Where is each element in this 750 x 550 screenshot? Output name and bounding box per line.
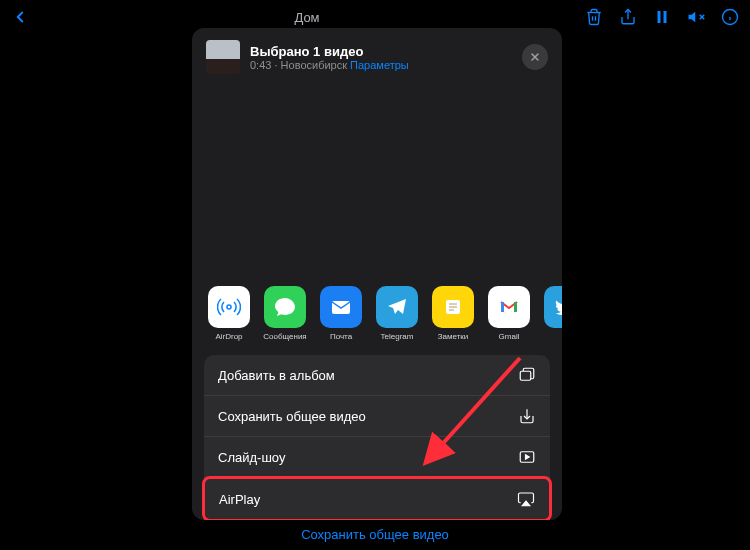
action-add-to-album[interactable]: Добавить в альбом [204,355,550,396]
sheet-title: Выбрано 1 видео [250,44,512,59]
share-notes[interactable]: Заметки [428,286,478,341]
page-title: Дом [30,10,584,25]
svg-rect-19 [520,371,531,380]
svg-marker-3 [689,12,696,23]
messages-icon [264,286,306,328]
video-thumbnail [206,40,240,74]
airdrop-icon [208,286,250,328]
share-airdrop[interactable]: AirDrop [204,286,254,341]
mail-icon [320,286,362,328]
svg-marker-23 [522,501,530,506]
action-slideshow[interactable]: Слайд-шоу [204,437,550,478]
svg-rect-2 [664,11,667,23]
share-telegram[interactable]: Telegram [372,286,422,341]
share-messages[interactable]: Сообщения [260,286,310,341]
twitter-icon [544,286,562,328]
download-icon [518,407,536,425]
sheet-subtitle: 0:43 · Новосибирск Параметры [250,59,512,71]
pause-icon[interactable] [652,7,672,27]
telegram-icon [376,286,418,328]
play-box-icon [518,448,536,466]
share-mail[interactable]: Почта [316,286,366,341]
share-gmail[interactable]: Gmail [484,286,534,341]
svg-point-11 [227,305,231,309]
back-button[interactable] [10,7,30,27]
mute-icon[interactable] [686,7,706,27]
action-save-shared-video[interactable]: Сохранить общее видео [204,396,550,437]
svg-rect-1 [658,11,661,23]
airplay-icon [517,490,535,508]
action-airplay[interactable]: AirPlay [202,476,552,520]
actions-list: Добавить в альбом Сохранить общее видео … [204,355,550,520]
svg-rect-17 [501,302,504,312]
album-icon [518,366,536,384]
gmail-icon [488,286,530,328]
share-sheet: Выбрано 1 видео 0:43 · Новосибирск Парам… [192,28,562,520]
notes-icon [432,286,474,328]
share-targets-row: AirDrop Сообщения Почта Telegram Заметки [192,276,562,347]
svg-marker-22 [526,455,530,460]
share-icon[interactable] [618,7,638,27]
bottom-save-link[interactable]: Сохранить общее видео [0,527,750,542]
trash-icon[interactable] [584,7,604,27]
share-more[interactable]: T [540,286,562,341]
svg-rect-18 [514,302,517,312]
options-link[interactable]: Параметры [350,59,409,71]
info-icon[interactable] [720,7,740,27]
close-button[interactable] [522,44,548,70]
